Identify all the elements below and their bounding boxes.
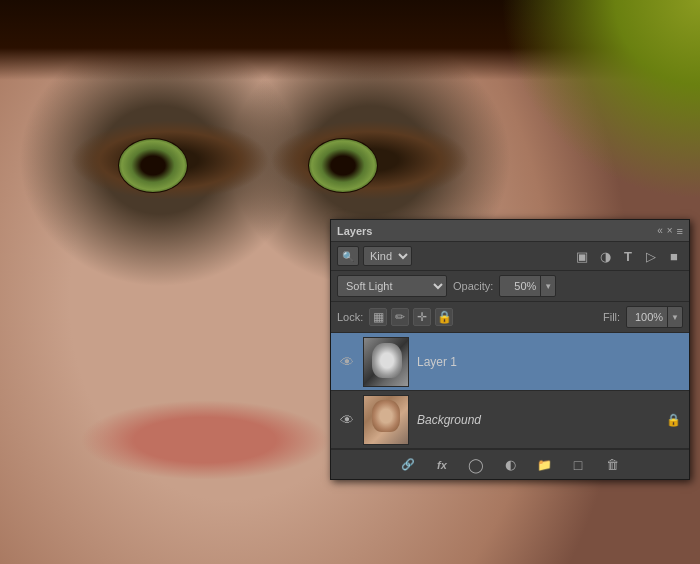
panel-bottom-toolbar: 🔗 fx ◯ ◐ 📁 □ 🗑 xyxy=(331,449,689,479)
lock-image-pixels-icon[interactable]: ✏ xyxy=(391,308,409,326)
lock-transparent-pixels-icon[interactable]: ▦ xyxy=(369,308,387,326)
right-iris xyxy=(308,138,378,193)
layers-list: 👁 Layer 1 👁 Background 🔒 xyxy=(331,333,689,449)
fill-arrow-button[interactable]: ▼ xyxy=(667,307,682,327)
fill-label: Fill: xyxy=(603,311,620,323)
background-visibility-toggle[interactable]: 👁 xyxy=(339,412,355,428)
opacity-label: Opacity: xyxy=(453,280,493,292)
lips xyxy=(80,400,330,480)
search-filter-wrap[interactable]: 🔍 xyxy=(337,246,359,266)
panel-menu-button[interactable]: ≡ xyxy=(677,225,683,237)
blend-opacity-toolbar: Soft Light Normal Multiply Screen Overla… xyxy=(331,271,689,302)
shape-filter-icon[interactable]: ▷ xyxy=(642,247,660,265)
filter-kind-select[interactable]: Kind xyxy=(363,246,412,266)
delete-layer-icon[interactable]: 🗑 xyxy=(601,454,623,476)
search-icon: 🔍 xyxy=(342,251,354,262)
layer1-thumb-content xyxy=(364,338,408,386)
new-adjustment-layer-icon[interactable]: ◐ xyxy=(499,454,521,476)
background-lock-icon: 🔒 xyxy=(666,413,681,427)
panel-collapse-button[interactable]: « xyxy=(657,225,663,236)
background-thumbnail xyxy=(363,395,409,445)
lock-label: Lock: xyxy=(337,311,363,323)
left-iris xyxy=(118,138,188,193)
lock-all-icon[interactable]: 🔒 xyxy=(435,308,453,326)
lock-icons-group: ▦ ✏ ✛ 🔒 xyxy=(369,308,453,326)
filter-type-icons: ▣ ◑ T ▷ ■ xyxy=(573,247,683,265)
layer1-name: Layer 1 xyxy=(417,355,681,369)
opacity-arrow-button[interactable]: ▼ xyxy=(540,276,555,296)
background-layer-row[interactable]: 👁 Background 🔒 xyxy=(331,391,689,449)
layers-panel: Layers « × ≡ 🔍 Kind ▣ ◑ T ▷ ■ Soft Light… xyxy=(330,219,690,480)
pixel-filter-icon[interactable]: ▣ xyxy=(573,247,591,265)
new-group-icon[interactable]: 📁 xyxy=(533,454,555,476)
panel-close-button[interactable]: × xyxy=(667,225,673,236)
layer1-thumbnail xyxy=(363,337,409,387)
panel-header-controls: « × ≡ xyxy=(657,225,683,237)
layer-fx-icon[interactable]: fx xyxy=(431,454,453,476)
smart-filter-icon[interactable]: ■ xyxy=(665,247,683,265)
background-layer-name: Background xyxy=(417,413,658,427)
layer-row[interactable]: 👁 Layer 1 xyxy=(331,333,689,391)
lock-fill-toolbar: Lock: ▦ ✏ ✛ 🔒 Fill: 100% ▼ xyxy=(331,302,689,333)
blend-mode-select[interactable]: Soft Light Normal Multiply Screen Overla… xyxy=(337,275,447,297)
layer1-visibility-toggle[interactable]: 👁 xyxy=(339,354,355,370)
link-layers-icon[interactable]: 🔗 xyxy=(397,454,419,476)
foliage xyxy=(500,0,700,200)
add-mask-icon[interactable]: ◯ xyxy=(465,454,487,476)
new-layer-icon[interactable]: □ xyxy=(567,454,589,476)
panel-title: Layers xyxy=(337,225,372,237)
panel-header: Layers « × ≡ xyxy=(331,220,689,242)
fill-input-wrap: 100% ▼ xyxy=(626,306,683,328)
fill-value[interactable]: 100% xyxy=(627,311,667,323)
type-filter-icon[interactable]: T xyxy=(619,247,637,265)
filter-toolbar: 🔍 Kind ▣ ◑ T ▷ ■ xyxy=(331,242,689,271)
background-thumb-content xyxy=(364,396,408,444)
adjustment-filter-icon[interactable]: ◑ xyxy=(596,247,614,265)
opacity-input-wrap: 50% ▼ xyxy=(499,275,556,297)
lock-position-icon[interactable]: ✛ xyxy=(413,308,431,326)
opacity-value[interactable]: 50% xyxy=(500,280,540,292)
